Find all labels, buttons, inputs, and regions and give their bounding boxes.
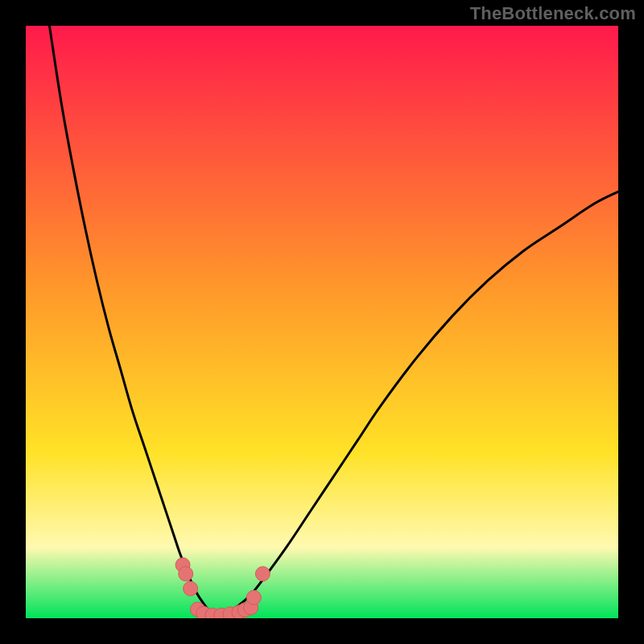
data-marker (255, 567, 270, 581)
data-marker (184, 581, 198, 596)
watermark-text: TheBottleneck.com (470, 3, 636, 24)
data-marker (246, 590, 261, 605)
plot-area (26, 26, 618, 618)
data-marker (179, 567, 193, 581)
chart-svg (26, 26, 618, 618)
chart-frame: TheBottleneck.com (0, 0, 644, 644)
gradient-background (26, 26, 618, 618)
